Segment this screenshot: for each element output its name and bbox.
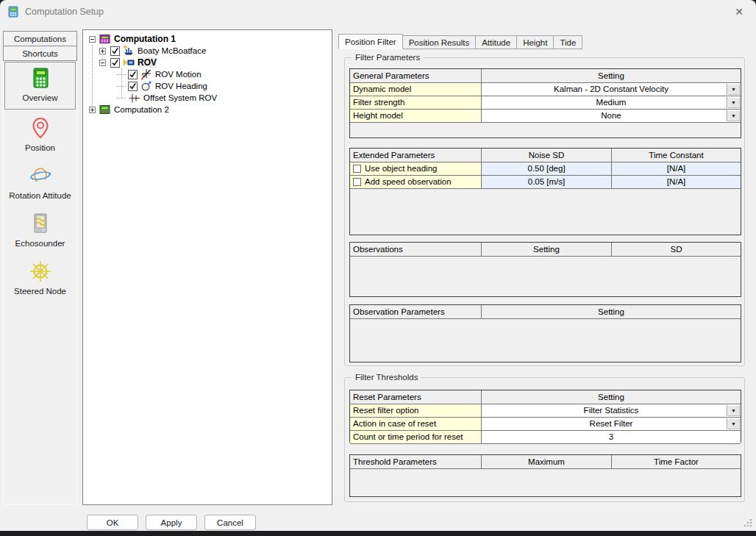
tab-height[interactable]: Height: [516, 35, 554, 49]
tree-item-label: Offset System ROV: [143, 93, 217, 102]
tab-tide[interactable]: Tide: [553, 35, 582, 49]
tree-item-computation-2[interactable]: Computation 2: [83, 104, 332, 115]
dropdown-arrow-icon[interactable]: ▼: [727, 97, 740, 108]
setting-value: [N/A]: [667, 162, 686, 175]
rotation-orbit-icon: [29, 164, 52, 187]
tree-checkbox[interactable]: [110, 58, 120, 68]
tree-item-rov[interactable]: ROV: [83, 57, 332, 68]
setting-cell-reset-filter-option[interactable]: Filter Statistics▼: [481, 404, 741, 417]
position-pin-icon: [29, 116, 52, 140]
shortcut-label: Rotation Attitude: [9, 191, 71, 200]
setting-value: None: [601, 110, 621, 122]
setting-cell-action-in-case-of-reset[interactable]: Reset Filter▼: [481, 417, 741, 430]
close-icon[interactable]: ✕: [728, 2, 750, 21]
shortcut-label: Position: [25, 143, 55, 152]
setting-cell-use-object-heading: 0.50 [deg]: [481, 162, 611, 175]
param-label-dynamic-model: Dynamic model: [350, 82, 481, 96]
setting-value: Kalman - 2D Constant Velocity: [554, 83, 668, 96]
collapse-icon[interactable]: [89, 36, 96, 43]
table-empty-area: [350, 443, 741, 444]
shortcut-item-rotation-attitude[interactable]: Rotation Attitude: [4, 160, 76, 205]
column-header-sd: SD: [611, 243, 741, 256]
setting-cell-dynamic-model[interactable]: Kalman - 2D Constant Velocity▼: [481, 82, 741, 96]
param-label-reset-filter-option: Reset filter option: [350, 404, 481, 417]
cancel-button[interactable]: Cancel: [204, 515, 256, 530]
tree-item-rov-motion[interactable]: ROV Motion: [83, 68, 332, 80]
param-label-height-model: Height model: [350, 109, 481, 122]
tab-attitude[interactable]: Attitude: [475, 35, 517, 49]
tree-item-computation-1[interactable]: Computation 1: [83, 33, 332, 45]
column-header-observation-parameters: Observation Parameters: [350, 305, 481, 318]
param-label-text: Dynamic model: [353, 83, 411, 96]
groupbox-legend: Filter Parameters: [352, 53, 423, 62]
calculator-icon: [29, 66, 52, 90]
expand-icon[interactable]: [89, 107, 96, 113]
shortcut-label: Steered Node: [14, 287, 66, 296]
window-title: Computation Setup: [25, 7, 104, 17]
shortcut-item-overview[interactable]: Overview: [4, 62, 76, 110]
ok-button[interactable]: OK: [87, 515, 138, 530]
tree-item-boaty-mcboatface[interactable]: Boaty McBoatface: [83, 45, 332, 57]
column-header-maximum: Maximum: [481, 455, 611, 468]
apply-button[interactable]: Apply: [146, 515, 197, 530]
title-bar: Computation Setup ✕: [0, 0, 756, 24]
calculator-app-icon: [7, 6, 19, 18]
table-empty-area: [350, 318, 741, 362]
groupbox-filter-parameters: Filter ParametersGeneral ParametersSetti…: [344, 57, 745, 366]
groupbox-legend: Filter Thresholds: [352, 373, 421, 382]
rov-icon: [122, 57, 135, 68]
tab-strip: Position FilterPosition ResultsAttitudeH…: [338, 34, 750, 49]
shortcut-item-echosounder[interactable]: Echosounder: [4, 207, 76, 253]
param-label-text: Action in case of reset: [353, 418, 436, 430]
sidebar-tab-computations[interactable]: Computations: [3, 31, 77, 46]
dropdown-arrow-icon[interactable]: ▼: [727, 84, 740, 95]
param-checkbox[interactable]: [353, 178, 361, 186]
sidebar-tab-shortcuts[interactable]: Shortcuts: [3, 46, 77, 61]
tree-checkbox[interactable]: [110, 46, 120, 56]
column-header-observations: Observations: [350, 243, 481, 256]
tab-position-filter[interactable]: Position Filter: [338, 34, 403, 49]
setting-value: 0.05 [m/s]: [528, 176, 566, 188]
setting-value: Reset Filter: [590, 418, 633, 430]
param-label-use-object-heading: Use object heading: [350, 162, 481, 175]
table-empty-area: [350, 256, 741, 296]
setting-value: Medium: [596, 96, 627, 109]
tree-checkbox[interactable]: [128, 70, 138, 79]
tree-connector-stub: [117, 74, 126, 75]
setting-value: 3: [609, 431, 613, 443]
resize-grip[interactable]: [744, 519, 752, 526]
shortcut-item-steered-node[interactable]: Steered Node: [4, 255, 76, 301]
setting-cell-count-or-time-period-for-reset[interactable]: 3: [481, 430, 741, 443]
computation-tree-panel: Computation 1Boaty McBoatfaceROVROV Moti…: [82, 29, 332, 505]
column-header-noise-sd: Noise SD: [481, 149, 611, 162]
heading-sensor-icon: [140, 80, 152, 92]
computation-setup-dialog: Computation Setup ✕ ComputationsShortcut…: [0, 0, 756, 531]
dropdown-arrow-icon[interactable]: ▼: [727, 110, 740, 121]
dropdown-arrow-icon[interactable]: ▼: [727, 418, 740, 429]
expand-icon[interactable]: [99, 48, 106, 54]
column-header-extended-parameters: Extended Parameters: [350, 149, 481, 162]
param-checkbox[interactable]: [353, 165, 361, 173]
setting-cell-filter-strength[interactable]: Medium▼: [481, 96, 741, 109]
motion-sensor-icon: [140, 68, 152, 80]
offset-node-icon: [128, 92, 140, 104]
computation-1-icon: [99, 33, 111, 45]
tab-position-results[interactable]: Position Results: [402, 35, 476, 49]
param-label-count-or-time-period-for-reset: Count or time period for reset: [350, 430, 481, 443]
tree-item-offset-system-rov[interactable]: Offset System ROV: [83, 92, 332, 104]
setting-cell-height-model[interactable]: None▼: [481, 109, 741, 122]
tree-item-label: Boaty McBoatface: [138, 46, 206, 55]
collapse-icon[interactable]: [99, 60, 106, 66]
vessel-icon: [122, 45, 135, 57]
dropdown-arrow-icon[interactable]: ▼: [727, 405, 740, 416]
tree-item-rov-heading[interactable]: ROV Heading: [83, 80, 332, 92]
table-threshold-parameters: Threshold ParametersMaximumTime Factor: [349, 454, 741, 497]
setting-cell-add-speed-observation: [N/A]: [611, 175, 741, 188]
tree-checkbox[interactable]: [128, 82, 138, 91]
tree-item-label: ROV: [138, 57, 157, 68]
param-label-text: Height model: [353, 110, 403, 122]
param-label-text: Filter strength: [353, 96, 404, 109]
setting-cell-use-object-heading: [N/A]: [611, 162, 741, 175]
table-reset-parameters: Reset ParametersSettingReset filter opti…: [349, 390, 741, 443]
shortcut-item-position[interactable]: Position: [4, 112, 76, 157]
